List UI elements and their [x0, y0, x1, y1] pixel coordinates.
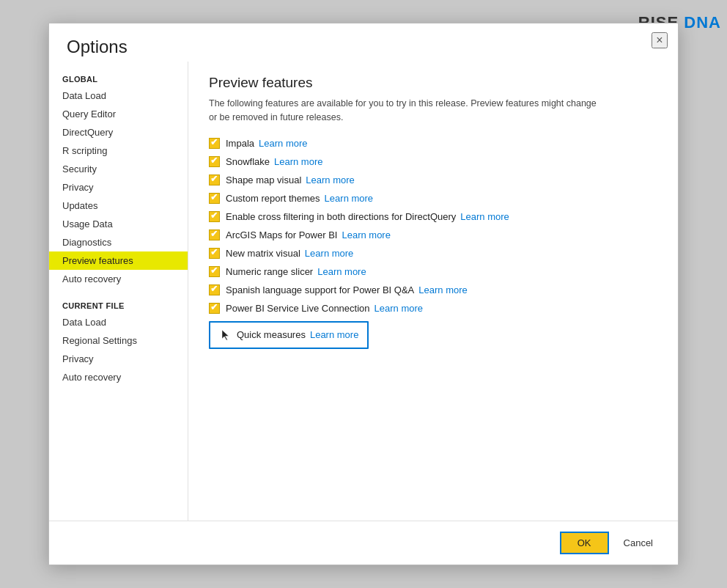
- checkbox-custom-themes[interactable]: [209, 193, 220, 204]
- options-dialog: Options × GLOBAL Data Load Query Editor …: [48, 23, 679, 565]
- feature-row-matrix: New matrix visual Learn more: [209, 248, 657, 259]
- feature-label-shape-map: Shape map visual: [226, 174, 301, 185]
- dialog-footer: OK Cancel: [49, 521, 678, 565]
- checkbox-matrix[interactable]: [209, 248, 220, 259]
- sidebar-item-directquery[interactable]: DirectQuery: [49, 123, 188, 142]
- current-file-section-label: CURRENT FILE: [49, 295, 188, 313]
- learn-more-custom-themes[interactable]: Learn more: [325, 193, 373, 204]
- feature-row-arcgis: ArcGIS Maps for Power BI Learn more: [209, 229, 657, 240]
- close-button[interactable]: ×: [652, 32, 668, 48]
- learn-more-impala[interactable]: Learn more: [259, 138, 307, 149]
- sidebar-item-auto-recovery[interactable]: Auto recovery: [49, 270, 188, 288]
- sidebar-item-r-scripting[interactable]: R scripting: [49, 142, 188, 160]
- checkbox-live-connection[interactable]: [209, 303, 220, 314]
- checkbox-impala[interactable]: [209, 138, 220, 149]
- learn-more-shape-map[interactable]: Learn more: [306, 174, 354, 185]
- feature-label-custom-themes: Custom report themes: [226, 193, 320, 204]
- sidebar-item-updates[interactable]: Updates: [49, 196, 188, 215]
- sidebar-item-data-load[interactable]: Data Load: [49, 87, 188, 105]
- dialog-title: Options: [67, 37, 128, 57]
- feature-row-spanish: Spanish language support for Power BI Q&…: [209, 284, 657, 295]
- checkbox-shape-map[interactable]: [209, 174, 220, 185]
- feature-label-live-connection: Power BI Service Live Connection: [226, 303, 370, 314]
- feature-row-shape-map: Shape map visual Learn more: [209, 174, 657, 185]
- dialog-body: GLOBAL Data Load Query Editor DirectQuer…: [49, 62, 678, 521]
- feature-label-matrix: New matrix visual: [226, 248, 300, 259]
- section-description: The following features are available for…: [209, 97, 605, 125]
- learn-more-cross-filter[interactable]: Learn more: [460, 211, 509, 222]
- learn-more-live-connection[interactable]: Learn more: [374, 303, 423, 314]
- feature-row-custom-themes: Custom report themes Learn more: [209, 193, 657, 204]
- feature-row-snowflake: Snowflake Learn more: [209, 156, 657, 167]
- feature-label-spanish: Spanish language support for Power BI Q&…: [226, 284, 414, 295]
- checkbox-cross-filter[interactable]: [209, 211, 220, 222]
- learn-more-slicer[interactable]: Learn more: [317, 266, 366, 277]
- learn-more-spanish[interactable]: Learn more: [418, 284, 467, 295]
- sidebar-item-cf-privacy[interactable]: Privacy: [49, 350, 188, 368]
- checkbox-arcgis[interactable]: [209, 229, 220, 240]
- global-section-label: GLOBAL: [49, 69, 188, 87]
- cursor-icon: [219, 328, 232, 342]
- learn-more-quick-measures[interactable]: Learn more: [310, 329, 358, 340]
- feature-label-cross-filter: Enable cross filtering in both direction…: [226, 211, 456, 222]
- section-title: Preview features: [209, 75, 657, 91]
- sidebar-item-privacy[interactable]: Privacy: [49, 178, 188, 196]
- feature-row-quick-measures: Quick measures Learn more: [209, 321, 369, 349]
- checkbox-snowflake[interactable]: [209, 156, 220, 167]
- feature-row-impala: Impala Learn more: [209, 138, 657, 149]
- sidebar-item-diagnostics[interactable]: Diagnostics: [49, 233, 188, 251]
- sidebar-item-query-editor[interactable]: Query Editor: [49, 105, 188, 123]
- feature-row-slicer: Numeric range slicer Learn more: [209, 266, 657, 277]
- feature-label-quick-measures: Quick measures: [237, 329, 306, 340]
- sidebar-item-cf-data-load[interactable]: Data Load: [49, 313, 188, 331]
- main-content: Preview features The following features …: [188, 62, 678, 521]
- feature-label-arcgis: ArcGIS Maps for Power BI: [226, 229, 337, 240]
- sidebar-item-cf-auto-recovery[interactable]: Auto recovery: [49, 368, 188, 386]
- checkbox-spanish[interactable]: [209, 284, 220, 295]
- sidebar-item-cf-regional-settings[interactable]: Regional Settings: [49, 331, 188, 350]
- feature-label-snowflake: Snowflake: [226, 156, 270, 167]
- feature-row-live-connection: Power BI Service Live Connection Learn m…: [209, 303, 657, 314]
- sidebar-item-security[interactable]: Security: [49, 160, 188, 178]
- cancel-button[interactable]: Cancel: [616, 533, 660, 553]
- ok-button[interactable]: OK: [560, 532, 609, 554]
- dialog-header: Options ×: [49, 23, 678, 62]
- feature-label-slicer: Numeric range slicer: [226, 266, 313, 277]
- learn-more-arcgis[interactable]: Learn more: [342, 229, 390, 240]
- sidebar-item-usage-data[interactable]: Usage Data: [49, 215, 188, 233]
- learn-more-snowflake[interactable]: Learn more: [274, 156, 322, 167]
- feature-label-impala: Impala: [226, 138, 254, 149]
- learn-more-matrix[interactable]: Learn more: [305, 248, 353, 259]
- checkbox-slicer[interactable]: [209, 266, 220, 277]
- sidebar-item-preview-features[interactable]: Preview features: [49, 251, 188, 270]
- sidebar: GLOBAL Data Load Query Editor DirectQuer…: [49, 62, 188, 521]
- feature-row-cross-filter: Enable cross filtering in both direction…: [209, 211, 657, 222]
